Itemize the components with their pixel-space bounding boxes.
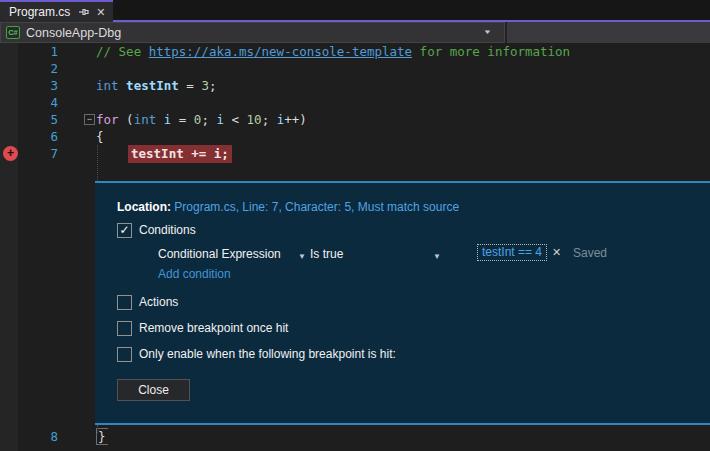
location-value: Program.cs, Line: 7, Character: 5, Must …: [174, 200, 459, 214]
code-token: int: [134, 112, 157, 127]
code-token: ;: [209, 78, 217, 93]
line-number: 3: [0, 77, 58, 94]
close-button[interactable]: Close: [117, 379, 190, 401]
code-token: 3: [201, 78, 209, 93]
code-line[interactable]: 7testInt += i;: [0, 145, 710, 162]
code-text: for (int i = 0; i < 10; i++): [96, 111, 307, 128]
code-token: testInt: [126, 78, 179, 93]
breakpoint-location: Location: Program.cs, Line: 7, Character…: [117, 199, 459, 215]
line-number: 1: [0, 43, 58, 60]
code-token: 10: [247, 112, 262, 127]
tab-strip: Program.cs ✕: [0, 0, 710, 22]
code-line[interactable]: 8}: [0, 428, 710, 445]
code-token: testInt += i;: [128, 145, 232, 163]
navbar-divider: [505, 22, 507, 43]
condition-type-value: Conditional Expression: [158, 247, 281, 261]
code-token: https://aka.ms/new-console-template: [149, 44, 412, 59]
actions-checkbox[interactable]: [117, 295, 132, 310]
condition-type-dropdown[interactable]: Conditional Expression: [158, 246, 281, 262]
csharp-project-icon: C#: [6, 26, 20, 39]
code-token: =: [171, 112, 194, 127]
add-condition-link[interactable]: Add condition: [158, 267, 231, 281]
saved-status: Saved: [573, 246, 607, 260]
code-token: {: [96, 129, 104, 144]
code-token: <: [224, 112, 247, 127]
navigation-bar: C# ConsoleApp-Dbg ▼: [0, 22, 710, 43]
code-line[interactable]: 1// See https://aka.ms/new-console-templ…: [0, 43, 710, 60]
tab-title: Program.cs: [9, 5, 70, 19]
code-token: [156, 112, 164, 127]
code-token: =: [179, 78, 202, 93]
conditions-label: Conditions: [139, 223, 196, 237]
pin-icon[interactable]: [78, 6, 90, 18]
code-text: testInt += i;: [128, 145, 232, 162]
line-number: 6: [0, 128, 58, 145]
condition-operator-value: Is true: [310, 247, 343, 261]
code-line[interactable]: 4: [0, 94, 710, 111]
line-number: 8: [0, 428, 58, 445]
actions-label: Actions: [139, 295, 178, 309]
line-number: 5: [0, 111, 58, 128]
fold-collapse-icon[interactable]: −: [84, 114, 95, 125]
code-line[interactable]: 5−for (int i = 0; i < 10; i++): [0, 111, 710, 128]
code-text: int testInt = 3;: [96, 77, 216, 94]
code-token: ;: [201, 112, 216, 127]
code-token: for: [96, 112, 119, 127]
indent-guide: [97, 425, 98, 433]
condition-operator-dropdown[interactable]: Is true: [310, 246, 343, 262]
project-name: ConsoleApp-Dbg: [26, 26, 121, 40]
chevron-down-icon[interactable]: ▼: [298, 249, 306, 265]
line-number: 4: [0, 94, 58, 111]
only-enable-checkbox[interactable]: [117, 347, 132, 362]
line-number: 2: [0, 60, 58, 77]
indent-guide: [97, 145, 98, 181]
only-enable-label: Only enable when the following breakpoin…: [139, 347, 396, 361]
chevron-down-icon[interactable]: ▼: [433, 249, 441, 265]
code-line[interactable]: 2: [0, 60, 710, 77]
code-text: // See https://aka.ms/new-console-templa…: [96, 43, 570, 60]
code-line[interactable]: 3int testInt = 3;: [0, 77, 710, 94]
code-token: int: [96, 78, 119, 93]
code-token: [119, 78, 127, 93]
chevron-down-icon: ▼: [483, 29, 492, 36]
tab-program-cs[interactable]: Program.cs ✕: [0, 0, 113, 22]
code-token: ++): [284, 112, 307, 127]
condition-expression-input[interactable]: testInt == 4: [477, 244, 547, 261]
code-text: {: [96, 128, 104, 145]
remove-condition-icon[interactable]: ✕: [552, 246, 561, 259]
vs-editor-window: Program.cs ✕ C# ConsoleApp-Dbg ▼ 1// See…: [0, 0, 710, 451]
code-token: for more information: [412, 44, 570, 59]
remove-once-checkbox[interactable]: [117, 321, 132, 336]
conditions-checkbox[interactable]: ✓: [117, 223, 132, 238]
project-context-dropdown[interactable]: C# ConsoleApp-Dbg ▼: [0, 22, 505, 43]
code-token: (: [119, 112, 134, 127]
code-token: ;: [262, 112, 277, 127]
code-token: // See: [96, 44, 149, 59]
conditional-breakpoint-icon[interactable]: +: [3, 146, 18, 161]
remove-once-label: Remove breakpoint once hit: [139, 321, 288, 335]
location-label: Location:: [117, 200, 171, 214]
code-token: i: [216, 112, 224, 127]
code-line[interactable]: 6{: [0, 128, 710, 145]
close-icon[interactable]: ✕: [96, 7, 105, 18]
breakpoint-settings-dialog: Location: Program.cs, Line: 7, Character…: [95, 181, 710, 425]
